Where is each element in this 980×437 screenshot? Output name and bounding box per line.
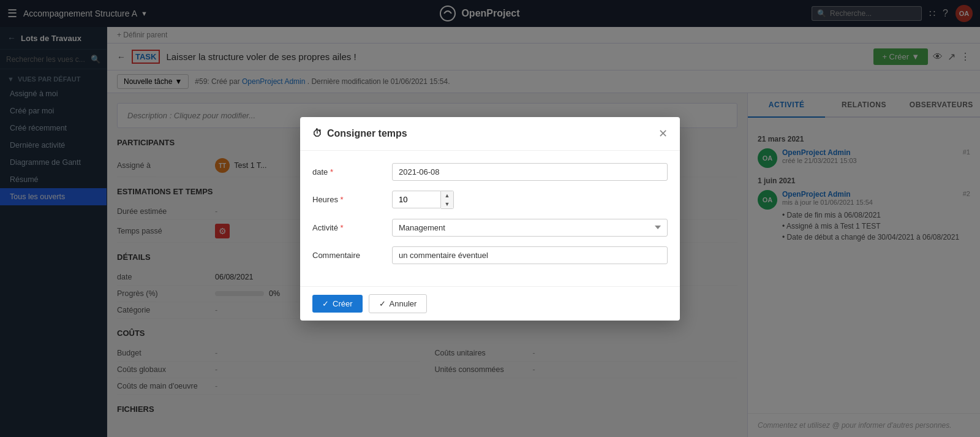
- modal-commentaire-label: Commentaire: [312, 251, 392, 260]
- modal-date-label: date *: [312, 167, 392, 177]
- modal-create-button[interactable]: ✓ Créer: [312, 295, 363, 313]
- hours-input-wrap: ▲ ▼: [392, 191, 454, 209]
- modal-body: date * Heures * ▲ ▼: [300, 151, 680, 286]
- modal-title: ⏱ Consigner temps: [312, 128, 407, 139]
- modal-field-heures: Heures * ▲ ▼: [312, 191, 668, 209]
- clock-icon: ⏱: [312, 128, 322, 139]
- cancel-check-icon: ✓: [379, 299, 386, 308]
- modal-commentaire-input[interactable]: [392, 246, 668, 264]
- check-icon: ✓: [322, 299, 329, 308]
- hours-decrement-button[interactable]: ▼: [441, 200, 453, 208]
- modal-overlay: ⏱ Consigner temps ✕ date * Heures *: [0, 0, 980, 437]
- modal-cancel-button[interactable]: ✓ Annuler: [369, 294, 428, 313]
- consign-time-modal: ⏱ Consigner temps ✕ date * Heures *: [300, 117, 680, 321]
- modal-close-button[interactable]: ✕: [658, 127, 668, 140]
- hours-spinners: ▲ ▼: [441, 191, 454, 209]
- hours-input[interactable]: [392, 191, 441, 208]
- modal-footer: ✓ Créer ✓ Annuler: [300, 286, 680, 321]
- hours-increment-button[interactable]: ▲: [441, 191, 453, 200]
- modal-activite-label: Activité *: [312, 223, 392, 232]
- modal-field-activite: Activité * Management Development Design…: [312, 219, 668, 237]
- modal-field-date: date *: [312, 163, 668, 181]
- modal-activite-select[interactable]: Management Development Design Testing: [392, 219, 668, 237]
- modal-header: ⏱ Consigner temps ✕: [300, 117, 680, 151]
- modal-date-input[interactable]: [392, 163, 668, 181]
- modal-field-commentaire: Commentaire: [312, 246, 668, 264]
- modal-heures-label: Heures *: [312, 195, 392, 204]
